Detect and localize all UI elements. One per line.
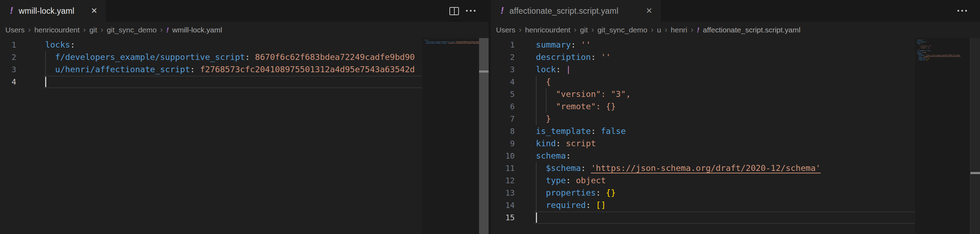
line-number[interactable]: 8 bbox=[491, 125, 515, 138]
close-tab-icon[interactable]: ✕ bbox=[646, 7, 652, 15]
code-line-9[interactable]: 9kind: script bbox=[491, 138, 915, 150]
tab-wmill-lock-yaml[interactable]: ! wmill-lock.yaml ✕ bbox=[0, 0, 106, 22]
code-editor[interactable]: 1summary: ''2description: ''3lock: |4 {5… bbox=[491, 38, 980, 234]
line-content: { bbox=[536, 76, 551, 88]
code-line-12[interactable]: 12 type: object bbox=[491, 174, 915, 187]
line-number[interactable]: 9 bbox=[491, 138, 515, 150]
breadcrumb-item-henri[interactable]: henri bbox=[671, 26, 687, 34]
line-content: is_template: false bbox=[536, 125, 626, 138]
line-content: kind: script bbox=[536, 138, 596, 150]
code-editor[interactable]: 1locks:2 f/developers_example/supportive… bbox=[0, 38, 488, 234]
line-number[interactable]: 1 bbox=[491, 39, 515, 51]
code-line-3[interactable]: 3 u/henri/affectionate_script: f2768573c… bbox=[0, 63, 422, 76]
current-line-highlight bbox=[43, 76, 422, 88]
line-content: properties: {} bbox=[536, 187, 616, 199]
code-line-4[interactable]: 4 { bbox=[491, 76, 915, 88]
tab-bar-right: ! affectionate_script.script.yaml ✕ bbox=[491, 0, 980, 22]
minimap[interactable]: summary: ''description: ''lock: | { "ver… bbox=[915, 38, 970, 234]
line-number[interactable]: 15 bbox=[491, 212, 515, 224]
minimap[interactable]: locks: f/developers_example/supportive_s… bbox=[422, 38, 479, 234]
text-cursor bbox=[536, 212, 537, 223]
breadcrumb-item-git_sync_demo[interactable]: git_sync_demo bbox=[107, 26, 156, 34]
tab-label: wmill-lock.yaml bbox=[19, 6, 75, 16]
code-line-4[interactable]: 4 bbox=[0, 76, 422, 88]
line-content: $schema: 'https://json-schema.org/draft/… bbox=[536, 162, 821, 174]
close-tab-icon[interactable]: ✕ bbox=[91, 7, 97, 15]
line-number[interactable]: 13 bbox=[491, 187, 515, 199]
breadcrumb-item-u[interactable]: u bbox=[657, 26, 661, 34]
chevron-right-icon: › bbox=[691, 25, 694, 35]
code-line-8[interactable]: 8is_template: false bbox=[491, 125, 915, 138]
editor-actions-left bbox=[449, 0, 488, 22]
line-number[interactable]: 11 bbox=[491, 162, 515, 174]
line-number[interactable]: 4 bbox=[0, 76, 16, 88]
line-number[interactable]: 4 bbox=[491, 76, 515, 88]
breadcrumb-item-git[interactable]: git bbox=[580, 26, 588, 34]
line-number[interactable]: 3 bbox=[491, 63, 515, 76]
tab-label: affectionate_script.script.yaml bbox=[509, 6, 619, 16]
tab-affectionate-script-yaml[interactable]: ! affectionate_script.script.yaml ✕ bbox=[491, 0, 661, 22]
line-number[interactable]: 14 bbox=[491, 199, 515, 212]
breadcrumb-item-git[interactable]: git bbox=[89, 26, 97, 34]
yaml-file-icon: ! bbox=[697, 26, 699, 34]
editor-group-right: ! affectionate_script.script.yaml ✕ User… bbox=[491, 0, 980, 234]
vscode-editor-area: ! wmill-lock.yaml ✕ Users›henricourdent›… bbox=[0, 0, 980, 234]
yaml-file-icon: ! bbox=[10, 5, 13, 16]
code-line-14[interactable]: 14 required: [] bbox=[491, 199, 915, 212]
code-lines: 1summary: ''2description: ''3lock: |4 {5… bbox=[491, 39, 915, 234]
code-line-2[interactable]: 2 f/developers_example/supportive_script… bbox=[0, 51, 422, 63]
overview-cursor-marker bbox=[970, 172, 980, 174]
line-content: "version": "3", bbox=[536, 88, 631, 100]
code-line-13[interactable]: 13 properties: {} bbox=[491, 187, 915, 199]
more-actions-icon[interactable] bbox=[466, 9, 477, 12]
breadcrumb-item-file[interactable]: wmill-lock.yaml bbox=[172, 26, 222, 34]
code-line-1[interactable]: 1locks: bbox=[0, 39, 422, 51]
line-number[interactable]: 7 bbox=[491, 113, 515, 125]
breadcrumb-item-Users[interactable]: Users bbox=[5, 26, 25, 34]
code-lines: 1locks:2 f/developers_example/supportive… bbox=[0, 39, 422, 234]
chevron-right-icon: › bbox=[519, 25, 522, 35]
chevron-right-icon: › bbox=[665, 25, 667, 35]
split-editor-icon[interactable] bbox=[449, 7, 459, 15]
code-line-10[interactable]: 10schema: bbox=[491, 150, 915, 162]
breadcrumb-item-git_sync_demo[interactable]: git_sync_demo bbox=[597, 26, 647, 34]
line-number[interactable]: 1 bbox=[0, 39, 16, 51]
code-line-2[interactable]: 2description: '' bbox=[491, 51, 915, 63]
breadcrumb-item-henricourdent[interactable]: henricourdent bbox=[34, 26, 80, 34]
line-number[interactable]: 10 bbox=[491, 150, 515, 162]
editor-actions-right bbox=[958, 0, 980, 22]
breadcrumb: Users›henricourdent›git›git_sync_demo›u›… bbox=[491, 22, 980, 38]
chevron-right-icon: › bbox=[28, 25, 31, 35]
code-line-1[interactable]: 1summary: '' bbox=[491, 39, 915, 51]
current-line-highlight bbox=[534, 212, 915, 224]
code-line-11[interactable]: 11 $schema: 'https://json-schema.org/dra… bbox=[491, 162, 915, 174]
line-number[interactable]: 12 bbox=[491, 174, 515, 187]
breadcrumb-item-file[interactable]: affectionate_script.script.yaml bbox=[703, 26, 800, 34]
line-number[interactable]: 2 bbox=[491, 51, 515, 63]
line-content: type: object bbox=[536, 174, 606, 187]
editor-group-left: ! wmill-lock.yaml ✕ Users›henricourdent›… bbox=[0, 0, 488, 234]
line-content: schema: bbox=[536, 150, 571, 162]
yaml-file-icon: ! bbox=[501, 5, 504, 16]
chevron-right-icon: › bbox=[100, 25, 103, 35]
breadcrumb-item-Users[interactable]: Users bbox=[496, 26, 515, 34]
code-line-5[interactable]: 5 "version": "3", bbox=[491, 88, 915, 100]
line-number[interactable]: 2 bbox=[0, 51, 16, 63]
chevron-right-icon: › bbox=[591, 25, 594, 35]
line-content: "remote": {} bbox=[536, 100, 616, 113]
breadcrumb: Users›henricourdent›git›git_sync_demo›!w… bbox=[0, 22, 488, 38]
text-cursor bbox=[45, 77, 46, 87]
code-line-6[interactable]: 6 "remote": {} bbox=[491, 100, 915, 113]
code-line-15[interactable]: 15 bbox=[491, 212, 915, 224]
more-actions-icon[interactable] bbox=[958, 9, 968, 12]
line-number[interactable]: 6 bbox=[491, 100, 515, 113]
code-line-7[interactable]: 7 } bbox=[491, 113, 915, 125]
line-number[interactable]: 3 bbox=[0, 63, 16, 76]
line-content: f/developers_example/supportive_script: … bbox=[45, 51, 415, 63]
code-line-3[interactable]: 3lock: | bbox=[491, 63, 915, 76]
tab-bar-left: ! wmill-lock.yaml ✕ bbox=[0, 0, 488, 22]
breadcrumb-item-henricourdent[interactable]: henricourdent bbox=[525, 26, 570, 34]
line-number[interactable]: 5 bbox=[491, 88, 515, 100]
vertical-scrollbar[interactable] bbox=[479, 38, 488, 234]
vertical-scrollbar[interactable] bbox=[970, 38, 980, 234]
